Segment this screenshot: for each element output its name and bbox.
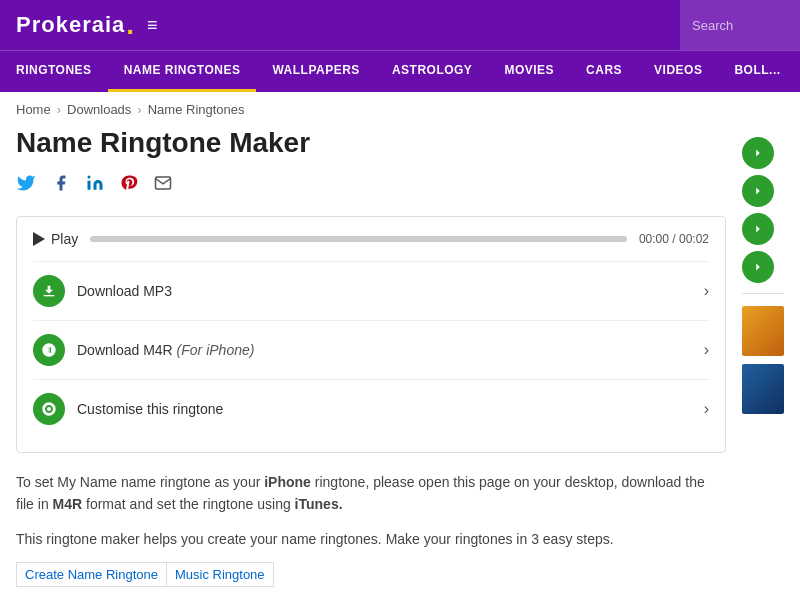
sidebar-arrow-3[interactable] — [742, 213, 774, 245]
sidebar-arrow-4[interactable] — [742, 251, 774, 283]
svg-rect-1 — [44, 295, 55, 296]
nav-item-name-ringtones[interactable]: NAME RINGTONES — [108, 51, 257, 92]
nav-item-bollywood[interactable]: BOLL... — [718, 51, 796, 92]
nav-item-videos[interactable]: VIDEOS — [638, 51, 718, 92]
download-mp3-chevron-icon: › — [704, 282, 709, 300]
nav-item-wallpapers[interactable]: WALLPAPERS — [256, 51, 375, 92]
main-content: Name Ringtone Maker — [0, 127, 800, 600]
nav-item-ringtones[interactable]: RINGTONES — [0, 51, 108, 92]
nav-item-astrology[interactable]: ASTROLOGY — [376, 51, 489, 92]
linkedin-share-button[interactable] — [86, 174, 104, 197]
content-area: Name Ringtone Maker — [16, 127, 726, 587]
breadcrumb-home[interactable]: Home — [16, 102, 51, 117]
search-box — [680, 0, 800, 50]
itunes-bold: iTunes. — [295, 496, 343, 512]
svg-point-0 — [88, 176, 91, 179]
customise-row[interactable]: Customise this ringtone › — [33, 379, 709, 438]
page-title: Name Ringtone Maker — [16, 127, 726, 159]
music-ringtone-link[interactable]: Music Ringtone — [166, 562, 274, 587]
search-input[interactable] — [680, 0, 800, 50]
bottom-links-row: Create Name Ringtone Music Ringtone — [16, 562, 726, 587]
sidebar-divider — [742, 293, 784, 294]
logo-dot: . — [126, 9, 135, 41]
player-row: Play 00:00 / 00:02 — [33, 231, 709, 247]
customise-chevron-icon: › — [704, 400, 709, 418]
player-box: Play 00:00 / 00:02 Download MP3 › — [16, 216, 726, 453]
time-display: 00:00 / 00:02 — [639, 232, 709, 246]
pinterest-share-button[interactable] — [120, 174, 138, 197]
create-name-ringtone-link[interactable]: Create Name Ringtone — [16, 562, 166, 587]
download-m4r-row[interactable]: Download M4R (For iPhone) › — [33, 320, 709, 379]
logo-text: Prokeraia — [16, 12, 125, 38]
play-label: Play — [51, 231, 78, 247]
breadcrumb-sep-1: › — [57, 102, 61, 117]
customise-icon — [33, 393, 65, 425]
download-mp3-row[interactable]: Download MP3 › — [33, 261, 709, 320]
sidebar-arrow-2[interactable] — [742, 175, 774, 207]
breadcrumb-current: Name Ringtones — [148, 102, 245, 117]
right-sidebar — [742, 127, 784, 587]
sidebar-image-2 — [742, 364, 784, 414]
m4r-bold: M4R — [53, 496, 83, 512]
description-para-1: To set My Name name ringtone as your iPh… — [16, 471, 726, 516]
email-share-button[interactable] — [154, 174, 172, 197]
play-icon — [33, 232, 45, 246]
sidebar-image-1 — [742, 306, 784, 356]
progress-bar[interactable] — [90, 236, 627, 242]
svg-point-2 — [47, 407, 51, 411]
twitter-share-button[interactable] — [16, 173, 36, 198]
header: Prokeraia. ≡ — [0, 0, 800, 50]
breadcrumb: Home › Downloads › Name Ringtones — [0, 92, 800, 127]
nav-item-movies[interactable]: MOVIES — [488, 51, 570, 92]
breadcrumb-downloads[interactable]: Downloads — [67, 102, 131, 117]
nav-bar: RINGTONES NAME RINGTONES WALLPAPERS ASTR… — [0, 50, 800, 92]
logo: Prokeraia. — [16, 9, 135, 41]
download-mp3-icon — [33, 275, 65, 307]
description-area: To set My Name name ringtone as your iPh… — [16, 471, 726, 550]
facebook-share-button[interactable] — [52, 174, 70, 197]
nav-item-cars[interactable]: CARS — [570, 51, 638, 92]
customise-label: Customise this ringtone — [77, 401, 692, 417]
breadcrumb-sep-2: › — [137, 102, 141, 117]
description-para-2: This ringtone maker helps you create you… — [16, 528, 726, 550]
iphone-note: (For iPhone) — [177, 342, 255, 358]
download-mp3-label: Download MP3 — [77, 283, 692, 299]
hamburger-menu-icon[interactable]: ≡ — [147, 15, 158, 36]
download-m4r-icon — [33, 334, 65, 366]
play-button[interactable]: Play — [33, 231, 78, 247]
sidebar-arrow-1[interactable] — [742, 137, 774, 169]
download-m4r-chevron-icon: › — [704, 341, 709, 359]
download-m4r-label: Download M4R (For iPhone) — [77, 342, 692, 358]
social-share-row — [16, 173, 726, 198]
iphone-bold: iPhone — [264, 474, 311, 490]
